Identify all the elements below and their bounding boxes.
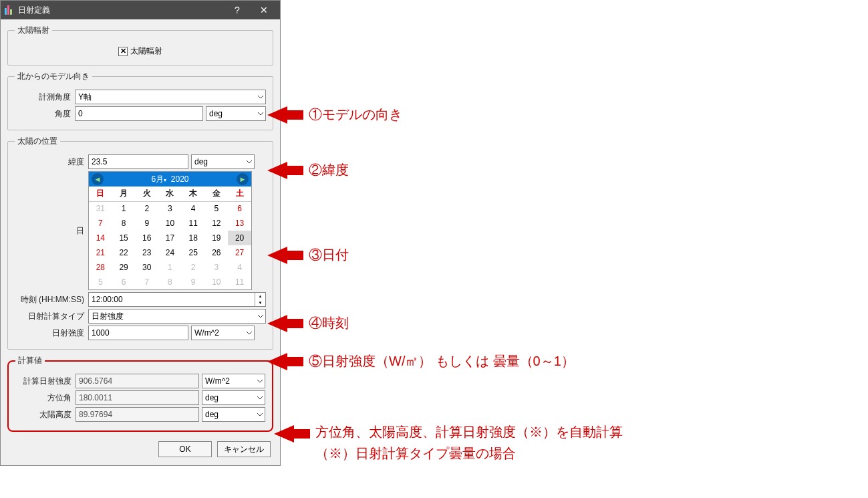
calc-intensity-output <box>76 374 199 388</box>
group-legend: 計算値 <box>15 355 45 366</box>
solar-radiation-checkbox[interactable]: ✕ 太陽輻射 <box>118 45 162 57</box>
calendar-day[interactable]: 13 <box>228 216 251 231</box>
time-input[interactable] <box>89 293 255 306</box>
calendar-day[interactable]: 2 <box>182 260 205 275</box>
spin-up-icon[interactable]: ▲ <box>255 293 265 299</box>
calendar-day[interactable]: 10 <box>205 275 229 289</box>
calendar-day[interactable]: 2 <box>135 201 158 216</box>
elevation-unit-select[interactable]: deg <box>202 407 265 422</box>
angle-unit-select[interactable]: deg <box>206 106 266 121</box>
chevron-down-icon <box>257 110 264 117</box>
select-value: deg <box>209 109 223 118</box>
group-sun-position: 太陽の位置 緯度 deg 日 ◄ 6月▾ 2020 ► <box>7 136 273 350</box>
intensity-input[interactable] <box>88 326 188 340</box>
angle-label: 角度 <box>15 108 75 120</box>
measure-angle-select[interactable]: Y軸 <box>75 90 266 104</box>
group-solar-radiation: 太陽輻射 ✕ 太陽輻射 <box>7 25 273 66</box>
select-value: W/m^2 <box>205 376 230 386</box>
measure-angle-label: 計測角度 <box>15 92 75 103</box>
annotation-layer: ①モデルの向き ②緯度 ③日付 ④時刻 ⑤日射強度（W/㎡） もしくは 曇量（0… <box>281 0 862 498</box>
group-model-orientation: 北からのモデル向き 計測角度 Y軸 角度 deg <box>7 71 273 130</box>
calendar-day[interactable]: 5 <box>89 275 112 289</box>
select-value: 日射強度 <box>92 311 124 322</box>
calendar-day[interactable]: 11 <box>182 216 205 231</box>
app-icon <box>5 5 14 15</box>
calendar-day[interactable]: 3 <box>205 260 229 275</box>
calendar-day[interactable]: 4 <box>228 260 251 275</box>
calendar-day[interactable]: 26 <box>205 245 229 260</box>
calendar-day[interactable]: 16 <box>135 231 158 245</box>
calendar-dow: 月 <box>112 186 136 201</box>
calendar-day[interactable]: 6 <box>112 275 136 289</box>
help-button[interactable]: ? <box>224 1 251 19</box>
spin-down-icon[interactable]: ▼ <box>255 299 265 306</box>
calendar-day[interactable]: 17 <box>158 231 182 245</box>
group-calculated-values: 計算値 計算日射強度 W/m^2 方位角 deg 太陽高度 <box>7 355 273 432</box>
latitude-input[interactable] <box>88 154 188 169</box>
calendar-dow: 火 <box>135 186 158 201</box>
calendar-day[interactable]: 15 <box>112 231 136 245</box>
calendar-day[interactable]: 7 <box>135 275 158 289</box>
calendar-day[interactable]: 19 <box>205 231 229 245</box>
calendar-month-year[interactable]: 6月▾ 2020 <box>151 174 188 185</box>
calendar-grid: 日月火水木金土 31123456789101112131415161718192… <box>89 186 251 289</box>
latitude-unit-select[interactable]: deg <box>191 154 255 169</box>
ok-button[interactable]: OK <box>158 441 212 457</box>
calendar-day[interactable]: 8 <box>112 216 136 231</box>
calendar-day[interactable]: 27 <box>228 245 251 260</box>
calendar-day[interactable]: 4 <box>182 201 205 216</box>
calendar-day[interactable]: 14 <box>89 231 112 245</box>
intensity-unit-select[interactable]: W/m^2 <box>191 326 255 340</box>
calendar-day[interactable]: 10 <box>158 216 182 231</box>
calendar-day[interactable]: 29 <box>112 260 136 275</box>
calendar-dow: 土 <box>228 186 251 201</box>
calendar-day[interactable]: 31 <box>89 201 112 216</box>
calendar-day[interactable]: 9 <box>182 275 205 289</box>
calendar-day[interactable]: 20 <box>228 231 251 245</box>
calendar-day[interactable]: 9 <box>135 216 158 231</box>
time-spinner[interactable]: ▲▼ <box>88 292 266 307</box>
calendar-day[interactable]: 1 <box>112 201 136 216</box>
calendar-day[interactable]: 7 <box>89 216 112 231</box>
calendar-day[interactable]: 5 <box>205 201 229 216</box>
calendar-day[interactable]: 22 <box>112 245 136 260</box>
calendar-day[interactable]: 8 <box>158 275 182 289</box>
date-label: 日 <box>15 225 88 237</box>
calendar-prev-button[interactable]: ◄ <box>92 173 104 185</box>
calendar-day[interactable]: 23 <box>135 245 158 260</box>
group-legend: 北からのモデル向き <box>15 71 92 82</box>
titlebar: 日射定義 ? ✕ <box>1 1 280 19</box>
calendar-day[interactable]: 6 <box>228 201 251 216</box>
annotation-1: ①モデルの向き <box>309 106 402 124</box>
arrow-icon <box>267 315 303 332</box>
calendar-day[interactable]: 28 <box>89 260 112 275</box>
arrow-icon <box>267 162 303 179</box>
calendar-day[interactable]: 30 <box>135 260 158 275</box>
azimuth-label: 方位角 <box>15 392 76 404</box>
arrow-icon <box>274 425 310 443</box>
calendar-day[interactable]: 3 <box>158 201 182 216</box>
chevron-down-icon <box>257 94 264 100</box>
cancel-button[interactable]: キャンセル <box>217 441 271 457</box>
azimuth-unit-select[interactable]: deg <box>202 390 265 405</box>
arrow-icon <box>267 106 303 124</box>
chevron-down-icon <box>257 313 264 320</box>
button-row: OK キャンセル <box>7 437 273 459</box>
calendar-day[interactable]: 12 <box>205 216 229 231</box>
calendar-day[interactable]: 18 <box>182 231 205 245</box>
calendar-next-button[interactable]: ► <box>237 173 249 185</box>
calendar-header: ◄ 6月▾ 2020 ► <box>89 172 251 186</box>
calendar-day[interactable]: 1 <box>158 260 182 275</box>
angle-input[interactable] <box>75 106 203 121</box>
close-button[interactable]: ✕ <box>251 1 277 19</box>
arrow-icon <box>267 247 303 264</box>
calc-intensity-unit-select[interactable]: W/m^2 <box>202 374 265 388</box>
calendar-dow: 日 <box>89 186 112 201</box>
calc-type-select[interactable]: 日射強度 <box>88 309 266 324</box>
annotation-3: ③日付 <box>309 246 349 264</box>
calendar-day[interactable]: 25 <box>182 245 205 260</box>
calendar-day[interactable]: 24 <box>158 245 182 260</box>
calendar-day[interactable]: 21 <box>89 245 112 260</box>
date-calendar[interactable]: ◄ 6月▾ 2020 ► 日月火水木金土 3112345678910111213… <box>88 171 252 290</box>
calendar-day[interactable]: 11 <box>228 275 251 289</box>
